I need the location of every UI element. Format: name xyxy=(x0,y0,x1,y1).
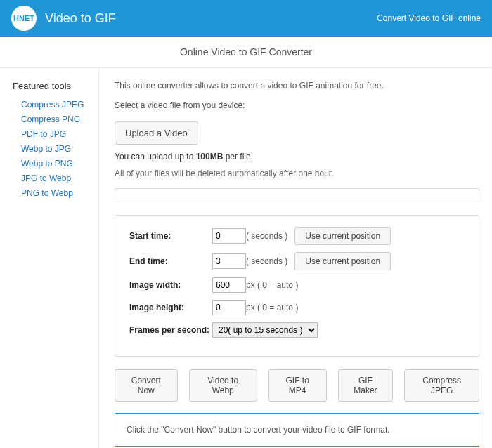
header-title: Video to GIF xyxy=(45,11,377,26)
start-time-current-button[interactable]: Use current position xyxy=(294,227,391,245)
start-time-label: Start time: xyxy=(129,231,212,241)
sidebar-item-webp-to-jpg[interactable]: Webp to JPG xyxy=(21,144,71,154)
width-label: Image width: xyxy=(129,280,212,290)
upload-limit-text: You can upload up to 100MB per file. xyxy=(115,152,479,162)
convert-now-button[interactable]: Convert Now xyxy=(115,369,178,402)
hint-text: Click the "Convert Now" button to conver… xyxy=(127,423,467,436)
select-file-label: Select a video file from you device: xyxy=(115,100,479,110)
sidebar-heading: Featured tools xyxy=(13,81,98,91)
row-width: Image width: px ( 0 = auto ) xyxy=(129,277,465,293)
logo: HNET xyxy=(11,6,37,31)
fps-label: Frames per second: xyxy=(129,325,212,335)
row-start-time: Start time: ( seconds ) Use current posi… xyxy=(129,227,465,245)
width-unit: px ( 0 = auto ) xyxy=(246,280,298,290)
delete-note: All of your files will be deleted automa… xyxy=(115,169,479,178)
end-time-input[interactable] xyxy=(212,253,246,269)
sidebar-item-compress-png[interactable]: Compress PNG xyxy=(21,114,80,124)
gif-to-mp4-button[interactable]: GIF to MP4 xyxy=(268,369,327,402)
sidebar: Featured tools Compress JPEG Compress PN… xyxy=(0,68,98,448)
end-time-label: End time: xyxy=(129,256,212,266)
limit-bold: 100MB xyxy=(196,152,224,162)
height-input[interactable] xyxy=(212,300,246,315)
end-time-unit: ( seconds ) xyxy=(246,256,287,266)
header-convert-link[interactable]: Convert Video to GIF online xyxy=(377,13,481,23)
limit-suffix: per file. xyxy=(223,152,253,162)
row-fps: Frames per second: 20( up to 15 seconds … xyxy=(129,322,465,338)
sidebar-item-jpg-to-webp[interactable]: JPG to Webp xyxy=(21,173,71,183)
page-title: Online Video to GIF Converter xyxy=(0,37,492,68)
sidebar-list: Compress JPEG Compress PNG PDF to JPG We… xyxy=(13,97,98,200)
header: HNET Video to GIF Convert Video to GIF o… xyxy=(0,0,492,37)
height-unit: px ( 0 = auto ) xyxy=(246,303,298,312)
hint-box: Click the "Convert Now" button to conver… xyxy=(115,413,479,447)
upload-video-button[interactable]: Upload a Video xyxy=(115,121,198,145)
start-time-input[interactable] xyxy=(212,228,246,244)
action-buttons-row: Convert Now Video to Webp GIF to MP4 GIF… xyxy=(115,369,479,402)
end-time-current-button[interactable]: Use current position xyxy=(294,252,391,270)
gif-maker-button[interactable]: GIF Maker xyxy=(338,369,394,402)
fps-select[interactable]: 20( up to 15 seconds ) xyxy=(212,322,318,338)
sidebar-item-webp-to-png[interactable]: Webp to PNG xyxy=(21,159,73,169)
limit-prefix: You can upload up to xyxy=(115,152,196,162)
width-input[interactable] xyxy=(212,277,246,293)
row-height: Image height: px ( 0 = auto ) xyxy=(129,300,465,315)
video-to-webp-button[interactable]: Video to Webp xyxy=(189,369,257,402)
compress-jpeg-button[interactable]: Compress JPEG xyxy=(404,369,479,402)
main-content: This online converter allows to convert … xyxy=(98,68,492,448)
video-preview-placeholder xyxy=(115,188,479,202)
sidebar-item-compress-jpeg[interactable]: Compress JPEG xyxy=(21,100,84,110)
start-time-unit: ( seconds ) xyxy=(246,231,287,241)
sidebar-item-png-to-webp[interactable]: PNG to Webp xyxy=(21,188,73,198)
intro-text: This online converter allows to convert … xyxy=(115,81,479,91)
row-end-time: End time: ( seconds ) Use current positi… xyxy=(129,252,465,270)
logo-text: HNET xyxy=(13,14,34,22)
sidebar-item-pdf-to-jpg[interactable]: PDF to JPG xyxy=(21,129,66,139)
height-label: Image height: xyxy=(129,303,212,312)
settings-panel: Start time: ( seconds ) Use current posi… xyxy=(115,215,479,357)
